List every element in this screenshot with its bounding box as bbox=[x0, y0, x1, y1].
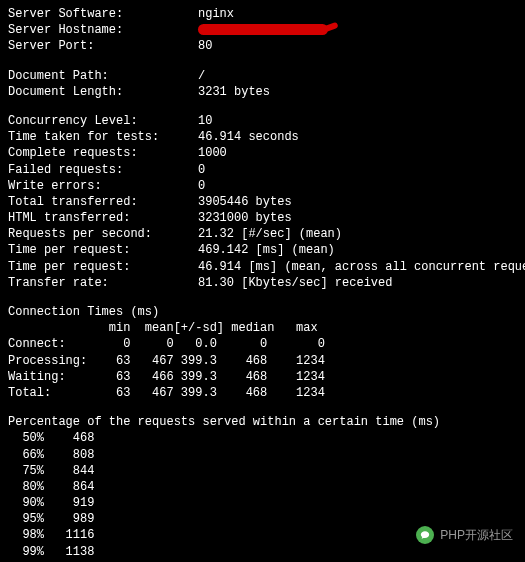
complete-requests-label: Complete requests: bbox=[8, 145, 198, 161]
time-per-request-1-row: Time per request:469.142 [ms] (mean) bbox=[8, 242, 517, 258]
document-path-value: / bbox=[198, 68, 205, 84]
percentiles-title: Percentage of the requests served within… bbox=[8, 414, 517, 430]
time-per-request-2-label: Time per request: bbox=[8, 259, 198, 275]
write-errors-label: Write errors: bbox=[8, 178, 198, 194]
failed-requests-label: Failed requests: bbox=[8, 162, 198, 178]
time-taken-label: Time taken for tests: bbox=[8, 129, 198, 145]
server-software-row: Server Software:nginx bbox=[8, 6, 517, 22]
html-transferred-label: HTML transferred: bbox=[8, 210, 198, 226]
concurrency-value: 10 bbox=[198, 113, 212, 129]
percentile-row: 90% 919 bbox=[8, 495, 517, 511]
server-software-value: nginx bbox=[198, 6, 234, 22]
time-per-request-2-row: Time per request:46.914 [ms] (mean, acro… bbox=[8, 259, 517, 275]
requests-per-second-row: Requests per second:21.32 [#/sec] (mean) bbox=[8, 226, 517, 242]
server-port-value: 80 bbox=[198, 38, 212, 54]
requests-per-second-label: Requests per second: bbox=[8, 226, 198, 242]
server-port-row: Server Port:80 bbox=[8, 38, 517, 54]
transfer-rate-value: 81.30 [Kbytes/sec] received bbox=[198, 275, 392, 291]
document-length-value: 3231 bytes bbox=[198, 84, 270, 100]
server-hostname-row: Server Hostname: bbox=[8, 22, 517, 38]
write-errors-row: Write errors:0 bbox=[8, 178, 517, 194]
time-taken-value: 46.914 seconds bbox=[198, 129, 299, 145]
transfer-rate-row: Transfer rate:81.30 [Kbytes/sec] receive… bbox=[8, 275, 517, 291]
failed-requests-row: Failed requests:0 bbox=[8, 162, 517, 178]
watermark: PHP开源社区 bbox=[416, 526, 513, 544]
percentile-row: 50% 468 bbox=[8, 430, 517, 446]
server-hostname-label: Server Hostname: bbox=[8, 22, 198, 38]
wechat-icon bbox=[416, 526, 434, 544]
terminal-output: Server Software:nginx Server Hostname: S… bbox=[8, 6, 517, 562]
time-per-request-1-label: Time per request: bbox=[8, 242, 198, 258]
concurrency-row: Concurrency Level:10 bbox=[8, 113, 517, 129]
transfer-rate-label: Transfer rate: bbox=[8, 275, 198, 291]
connection-connect-row: Connect: 0 0 0.0 0 0 bbox=[8, 336, 517, 352]
time-taken-row: Time taken for tests:46.914 seconds bbox=[8, 129, 517, 145]
server-software-label: Server Software: bbox=[8, 6, 198, 22]
write-errors-value: 0 bbox=[198, 178, 205, 194]
connection-times-header: min mean[+/-sd] median max bbox=[8, 320, 517, 336]
requests-per-second-value: 21.32 [#/sec] (mean) bbox=[198, 226, 342, 242]
html-transferred-value: 3231000 bytes bbox=[198, 210, 292, 226]
total-transferred-value: 3905446 bytes bbox=[198, 194, 292, 210]
complete-requests-value: 1000 bbox=[198, 145, 227, 161]
redacted-hostname bbox=[198, 24, 328, 35]
total-transferred-label: Total transferred: bbox=[8, 194, 198, 210]
server-port-label: Server Port: bbox=[8, 38, 198, 54]
time-per-request-1-value: 469.142 [ms] (mean) bbox=[198, 242, 335, 258]
time-per-request-2-value: 46.914 [ms] (mean, across all concurrent… bbox=[198, 259, 525, 275]
connection-processing-row: Processing: 63 467 399.3 468 1234 bbox=[8, 353, 517, 369]
percentile-row: 75% 844 bbox=[8, 463, 517, 479]
document-length-row: Document Length:3231 bytes bbox=[8, 84, 517, 100]
failed-requests-value: 0 bbox=[198, 162, 205, 178]
document-path-label: Document Path: bbox=[8, 68, 198, 84]
complete-requests-row: Complete requests:1000 bbox=[8, 145, 517, 161]
document-path-row: Document Path:/ bbox=[8, 68, 517, 84]
concurrency-label: Concurrency Level: bbox=[8, 113, 198, 129]
percentile-row: 95% 989 bbox=[8, 511, 517, 527]
percentile-row: 99% 1138 bbox=[8, 544, 517, 560]
connection-total-row: Total: 63 467 399.3 468 1234 bbox=[8, 385, 517, 401]
document-length-label: Document Length: bbox=[8, 84, 198, 100]
html-transferred-row: HTML transferred:3231000 bytes bbox=[8, 210, 517, 226]
percentile-row: 66% 808 bbox=[8, 447, 517, 463]
connection-waiting-row: Waiting: 63 466 399.3 468 1234 bbox=[8, 369, 517, 385]
watermark-text: PHP开源社区 bbox=[440, 527, 513, 543]
connection-times-title: Connection Times (ms) bbox=[8, 304, 517, 320]
percentile-row: 80% 864 bbox=[8, 479, 517, 495]
total-transferred-row: Total transferred:3905446 bytes bbox=[8, 194, 517, 210]
